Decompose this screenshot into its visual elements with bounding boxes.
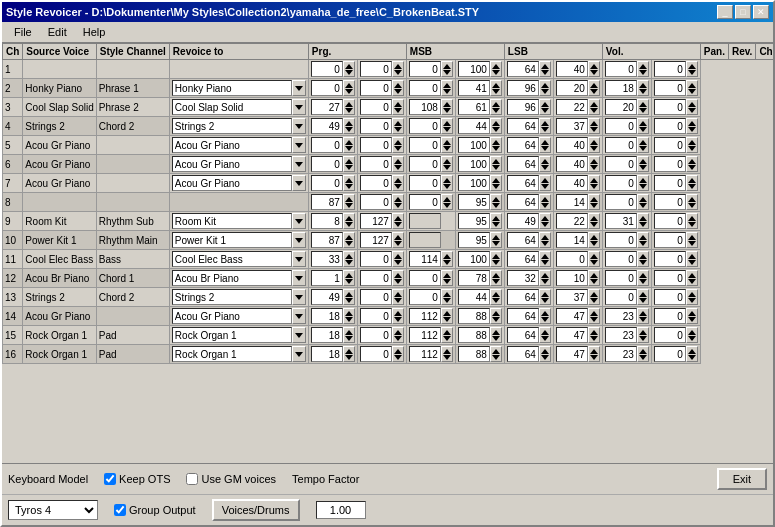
- table-row: 2Honky PianoPhrase 1: [3, 79, 774, 98]
- voices-drums-button[interactable]: Voices/Drums: [212, 499, 300, 521]
- table-container: Ch Source Voice Style Channel Revoice to…: [2, 43, 773, 463]
- col-revoice: Revoice to: [169, 44, 308, 60]
- col-msb: MSB: [406, 44, 504, 60]
- col-ch: Ch: [3, 44, 23, 60]
- keep-ots-checkbox[interactable]: [104, 473, 116, 485]
- col-vol: Vol.: [602, 44, 700, 60]
- col-rev: Rev.: [728, 44, 755, 60]
- maximize-button[interactable]: □: [735, 5, 751, 19]
- minimize-button[interactable]: _: [717, 5, 733, 19]
- table-row: 9Room KitRhythm Sub: [3, 212, 774, 231]
- menu-bar: File Edit Help: [2, 22, 773, 43]
- keep-ots-label: Keep OTS: [119, 473, 170, 485]
- main-content: Ch Source Voice Style Channel Revoice to…: [2, 43, 773, 525]
- menu-help[interactable]: Help: [75, 24, 114, 40]
- group-output-label: Group Output: [129, 504, 196, 516]
- table-row: 16Rock Organ 1Pad: [3, 345, 774, 364]
- table-row: 1: [3, 60, 774, 79]
- tempo-factor-input[interactable]: [316, 501, 366, 519]
- keyboard-model-select[interactable]: Tyros 4 Tyros 5 PSR-S950: [8, 500, 98, 520]
- use-gm-checkbox-label[interactable]: Use GM voices: [186, 473, 276, 485]
- footer-row1: Keyboard Model Keep OTS Use GM voices Te…: [2, 463, 773, 494]
- menu-file[interactable]: File: [6, 24, 40, 40]
- keyboard-model-combo[interactable]: Tyros 4 Tyros 5 PSR-S950: [8, 500, 98, 520]
- table-row: 5Acou Gr Piano: [3, 136, 774, 155]
- table-row: 11Cool Elec BassBass: [3, 250, 774, 269]
- title-bar-buttons: _ □ ✕: [717, 5, 769, 19]
- table-row: 7Acou Gr Piano: [3, 174, 774, 193]
- col-lsb: LSB: [504, 44, 602, 60]
- revoice-table: Ch Source Voice Style Channel Revoice to…: [2, 43, 773, 364]
- footer-row2: Tyros 4 Tyros 5 PSR-S950 Group Output Vo…: [2, 494, 773, 525]
- window-title: Style Revoicer - D:\Dokumenter\My Styles…: [6, 6, 479, 18]
- col-prg: Prg.: [308, 44, 406, 60]
- table-row: 6Acou Gr Piano: [3, 155, 774, 174]
- tempo-label: Tempo Factor: [292, 473, 359, 485]
- table-row: 3Cool Slap SolidPhrase 2: [3, 98, 774, 117]
- use-gm-label: Use GM voices: [201, 473, 276, 485]
- keyboard-model-label: Keyboard Model: [8, 473, 88, 485]
- table-row: 15Rock Organ 1Pad: [3, 326, 774, 345]
- group-output-checkbox[interactable]: [114, 504, 126, 516]
- keep-ots-checkbox-label[interactable]: Keep OTS: [104, 473, 170, 485]
- table-row: 10Power Kit 1Rhythm Main: [3, 231, 774, 250]
- exit-button[interactable]: Exit: [717, 468, 767, 490]
- use-gm-checkbox[interactable]: [186, 473, 198, 485]
- table-row: 4Strings 2Chord 2: [3, 117, 774, 136]
- main-window: Style Revoicer - D:\Dokumenter\My Styles…: [0, 0, 775, 527]
- col-source: Source Voice: [23, 44, 96, 60]
- table-row: 12Acou Br PianoChord 1: [3, 269, 774, 288]
- table-row: 13Strings 2Chord 2: [3, 288, 774, 307]
- col-pan: Pan.: [700, 44, 728, 60]
- title-bar: Style Revoicer - D:\Dokumenter\My Styles…: [2, 2, 773, 22]
- close-button[interactable]: ✕: [753, 5, 769, 19]
- table-row: 8: [3, 193, 774, 212]
- col-style-ch: Style Channel: [96, 44, 169, 60]
- table-row: 14Acou Gr Piano: [3, 307, 774, 326]
- menu-edit[interactable]: Edit: [40, 24, 75, 40]
- col-cho: Cho.: [756, 44, 773, 60]
- group-output-checkbox-label[interactable]: Group Output: [114, 504, 196, 516]
